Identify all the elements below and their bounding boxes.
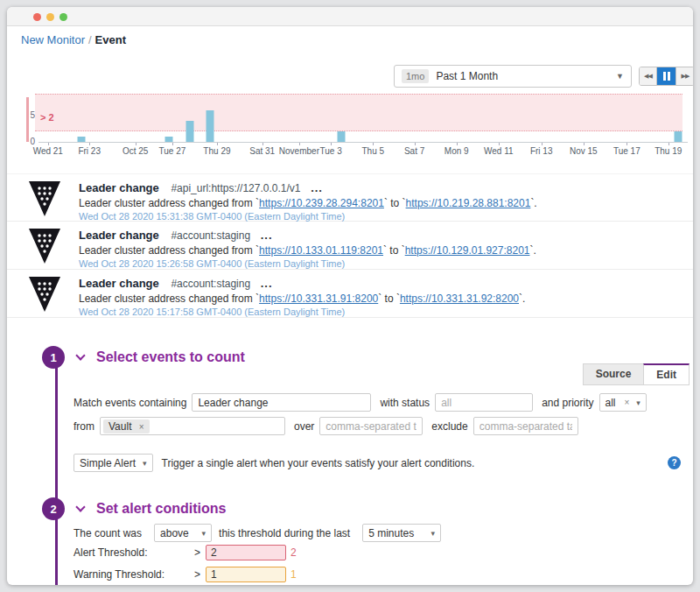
threshold-window-label: this threshold during the last bbox=[219, 527, 350, 539]
event-title: Leader change bbox=[79, 277, 159, 290]
x-axis-tick bbox=[499, 143, 500, 145]
tab-source[interactable]: Source bbox=[583, 363, 644, 385]
over-label: over bbox=[294, 420, 314, 433]
event-count-bar bbox=[78, 137, 86, 142]
x-axis-label: Thu 5 bbox=[361, 146, 384, 156]
and-priority-label: and priority bbox=[542, 397, 593, 409]
x-axis-tick bbox=[136, 143, 136, 145]
tab-edit[interactable]: Edit bbox=[643, 363, 690, 385]
exclude-tags-input[interactable] bbox=[473, 417, 578, 435]
list-item[interactable]: Leader change #api_url:https://127.0.0.1… bbox=[7, 173, 693, 222]
vault-chip: Vault × bbox=[103, 419, 150, 433]
close-window-icon[interactable] bbox=[33, 13, 41, 21]
event-to-link[interactable]: https://10.129.01.927:8201 bbox=[405, 244, 530, 257]
event-to-link[interactable]: https://10.331.31.92:8200 bbox=[400, 292, 519, 305]
alert-threshold-echo: 2 bbox=[290, 546, 297, 559]
event-title: Leader change bbox=[79, 229, 159, 242]
chevron-down-icon[interactable] bbox=[75, 502, 85, 511]
section-1-title: Select events to count bbox=[96, 349, 245, 365]
with-status-label: with status bbox=[380, 397, 430, 409]
chevron-down-icon: ▾ bbox=[431, 529, 436, 538]
time-range-value: Past 1 Month bbox=[436, 70, 498, 82]
x-axis-label: Tue 3 bbox=[320, 146, 342, 156]
vault-logo-icon bbox=[28, 276, 61, 313]
x-axis-label: November bbox=[279, 146, 319, 156]
condition-row: The count was above ▾ this threshold dur… bbox=[74, 524, 448, 542]
rewind-icon[interactable]: ◀◀ bbox=[640, 67, 657, 85]
remove-chip-icon[interactable]: × bbox=[139, 422, 144, 432]
pause-icon[interactable] bbox=[657, 67, 676, 85]
warning-threshold-echo: 1 bbox=[290, 568, 297, 581]
clear-icon[interactable]: × bbox=[625, 398, 630, 407]
event-count-chart[interactable]: 5 0 > 2 Wed 21Fri 23Oct 25Tue 27Thu 29Sa… bbox=[26, 87, 684, 157]
event-body: Leader cluster address changed from `htt… bbox=[79, 244, 679, 257]
event-tag[interactable]: #api_url:https://127.0.0.1/v1 bbox=[171, 182, 300, 194]
event-title-row: Leader change #account:staging ... bbox=[79, 277, 679, 290]
list-item[interactable]: Leader change #account:staging ... Leade… bbox=[7, 270, 693, 318]
alert-type-description: Trigger a single alert when your events … bbox=[162, 457, 475, 469]
page-title: Event bbox=[95, 33, 126, 46]
time-window-select[interactable]: 5 minutes ▾ bbox=[362, 524, 441, 542]
over-tags-input[interactable] bbox=[319, 417, 423, 435]
list-item[interactable]: Leader change #account:staging ... Leade… bbox=[7, 222, 693, 270]
more-tags-button[interactable]: ... bbox=[261, 229, 273, 242]
event-timestamp: Wed Oct 28 2020 15:31:38 GMT-0400 (Easte… bbox=[79, 211, 679, 222]
more-tags-button[interactable]: ... bbox=[261, 277, 273, 290]
event-to-link[interactable]: https://10.219.28.881:8201 bbox=[406, 197, 531, 209]
section-alert-conditions-header[interactable]: 2 Set alert conditions bbox=[42, 497, 226, 520]
minimize-window-icon[interactable] bbox=[46, 13, 54, 21]
status-input[interactable] bbox=[435, 393, 533, 412]
exclude-label: exclude bbox=[431, 420, 467, 433]
x-axis-tick bbox=[584, 143, 584, 145]
x-axis-label: Wed 21 bbox=[33, 146, 63, 156]
event-tag[interactable]: #account:staging bbox=[171, 278, 250, 290]
time-range-select[interactable]: 1mo Past 1 Month ▼ bbox=[394, 65, 632, 88]
count-was-label: The count was bbox=[74, 527, 142, 539]
event-title: Leader change bbox=[79, 181, 159, 194]
x-axis-label: Tue 27 bbox=[158, 146, 186, 156]
x-axis-tick bbox=[262, 143, 263, 145]
warning-threshold-input[interactable] bbox=[206, 567, 286, 582]
y-axis-tick-0: 0 bbox=[27, 137, 35, 146]
event-count-bar bbox=[186, 121, 193, 142]
priority-select[interactable]: all × ▾ bbox=[599, 393, 647, 412]
event-count-bar bbox=[165, 137, 173, 142]
section-2-title: Set alert conditions bbox=[96, 501, 226, 517]
from-input[interactable]: Vault × bbox=[100, 417, 285, 435]
event-from-link[interactable]: https://10.133.01.119:8201 bbox=[259, 244, 383, 257]
operator-value: above bbox=[160, 527, 189, 539]
x-axis-label: Fri 13 bbox=[530, 146, 553, 156]
window-titlebar bbox=[7, 7, 693, 26]
match-events-input[interactable] bbox=[192, 393, 371, 412]
event-from-link[interactable]: https://10.331.31.91:8200 bbox=[259, 292, 378, 305]
event-tag[interactable]: #account:staging bbox=[171, 229, 250, 242]
event-from-link[interactable]: https://10.239.28.294:8201 bbox=[259, 197, 384, 209]
match-events-label: Match events containing bbox=[74, 397, 186, 409]
x-axis-label: Thu 19 bbox=[654, 146, 682, 156]
x-axis-label: Oct 25 bbox=[122, 146, 148, 156]
alert-type-value: Simple Alert bbox=[80, 457, 136, 469]
event-body: Leader cluster address changed from `htt… bbox=[79, 292, 679, 305]
chevron-down-icon[interactable] bbox=[75, 350, 85, 360]
operator-select[interactable]: above ▾ bbox=[154, 524, 212, 542]
breadcrumb-new-monitor-link[interactable]: New Monitor bbox=[21, 33, 85, 46]
more-tags-button[interactable]: ... bbox=[311, 181, 323, 194]
breadcrumb: New Monitor/Event bbox=[21, 33, 126, 46]
help-icon[interactable]: ? bbox=[668, 456, 681, 469]
step-connector-line bbox=[55, 357, 58, 585]
alert-type-select[interactable]: Simple Alert ▾ bbox=[74, 454, 153, 472]
event-body: Leader cluster address changed from `htt… bbox=[79, 197, 679, 209]
alert-threshold-input[interactable] bbox=[206, 545, 286, 560]
alert-threshold-operator: > bbox=[194, 546, 200, 559]
event-count-bar bbox=[338, 131, 346, 142]
vault-logo-icon bbox=[28, 180, 61, 217]
section-select-events-header[interactable]: 1 Select events to count bbox=[42, 346, 245, 369]
x-axis-label: Sat 31 bbox=[249, 146, 275, 156]
zoom-window-icon[interactable] bbox=[60, 13, 67, 21]
chevron-down-icon: ▾ bbox=[202, 529, 206, 538]
fast-forward-icon[interactable]: ▶▶ bbox=[676, 67, 693, 85]
step-1-badge: 1 bbox=[42, 346, 65, 369]
x-axis-tick bbox=[48, 143, 49, 145]
x-axis-label: Fri 23 bbox=[78, 146, 101, 156]
threshold-zone-label: > 2 bbox=[40, 112, 54, 123]
